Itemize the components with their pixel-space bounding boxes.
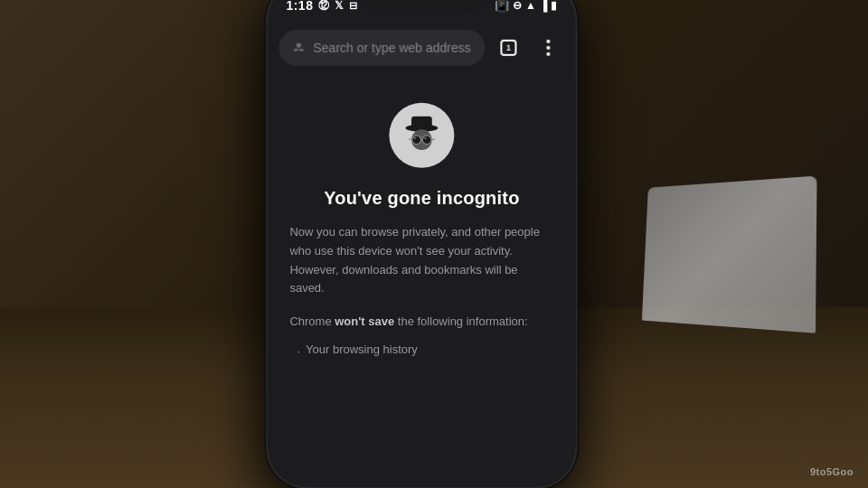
incognito-title: You've gone incognito xyxy=(324,188,519,209)
chrome-info-prefix: Chrome xyxy=(289,314,335,328)
status-right: 📳 ⊖ ▲ ▐ ▮ xyxy=(495,0,557,12)
incognito-description: Now you can browse privately, and other … xyxy=(289,223,553,298)
laptop-background xyxy=(642,175,817,333)
spotify-icon: ⑫ xyxy=(318,0,329,13)
wifi-icon: ▲ xyxy=(525,0,536,12)
svg-point-8 xyxy=(422,136,431,145)
incognito-mascot-icon xyxy=(398,112,445,159)
battery-icon: ▮ xyxy=(551,0,557,12)
dnd-icon: ⊖ xyxy=(513,0,522,12)
chrome-info-bold: won't save xyxy=(335,314,394,328)
incognito-avatar xyxy=(389,103,454,168)
phone-wrapper: 1:18 ⑫ 𝕏 ⊟ 📳 ⊖ ▲ ▐ ▮ xyxy=(268,0,575,487)
scene: 1:18 ⑫ 𝕏 ⊟ 📳 ⊖ ▲ ▐ ▮ xyxy=(0,0,868,488)
bullet-text-1: Your browsing history xyxy=(306,339,418,360)
phone-notch xyxy=(358,0,485,10)
svg-line-10 xyxy=(409,139,412,140)
menu-button[interactable] xyxy=(532,32,564,64)
svg-point-7 xyxy=(412,136,421,145)
svg-line-11 xyxy=(431,139,435,140)
chrome-bar: Search or type web address xyxy=(278,26,564,70)
svg-point-13 xyxy=(424,137,426,139)
phone-screen: 1:18 ⑫ 𝕏 ⊟ 📳 ⊖ ▲ ▐ ▮ xyxy=(268,0,575,487)
svg-rect-5 xyxy=(411,117,432,129)
incognito-chrome-info: Chrome won't save the following informat… xyxy=(289,313,553,332)
bullet-dot: · xyxy=(297,341,300,361)
tab-switcher-button[interactable] xyxy=(492,32,524,64)
incognito-content: You've gone incognito Now you can browse… xyxy=(268,76,575,487)
chrome-info-suffix: the following information: xyxy=(394,314,527,328)
vibrate-icon: 📳 xyxy=(495,0,509,12)
svg-point-0 xyxy=(297,42,301,47)
phone: 1:18 ⑫ 𝕏 ⊟ 📳 ⊖ ▲ ▐ ▮ xyxy=(268,0,575,487)
bullet-list: · Your browsing history xyxy=(289,339,553,361)
address-bar[interactable]: Search or type web address xyxy=(278,30,485,66)
svg-rect-3 xyxy=(295,49,303,50)
status-left: 1:18 ⑫ 𝕏 ⊟ xyxy=(286,0,357,13)
address-text: Search or type web address xyxy=(313,41,472,55)
status-time: 1:18 xyxy=(286,0,313,13)
twitter-icon: 𝕏 xyxy=(335,0,344,12)
menu-dot-1 xyxy=(546,40,550,43)
watermark: 9to5Goo xyxy=(810,466,854,477)
incognito-small-icon xyxy=(291,41,306,55)
menu-dot-3 xyxy=(546,52,550,56)
svg-point-12 xyxy=(414,137,416,139)
tab-count-box xyxy=(500,40,516,56)
cast-icon: ⊟ xyxy=(349,0,357,11)
signal-icon: ▐ xyxy=(540,0,548,12)
menu-dot-2 xyxy=(546,46,550,50)
list-item: · Your browsing history xyxy=(297,339,553,361)
